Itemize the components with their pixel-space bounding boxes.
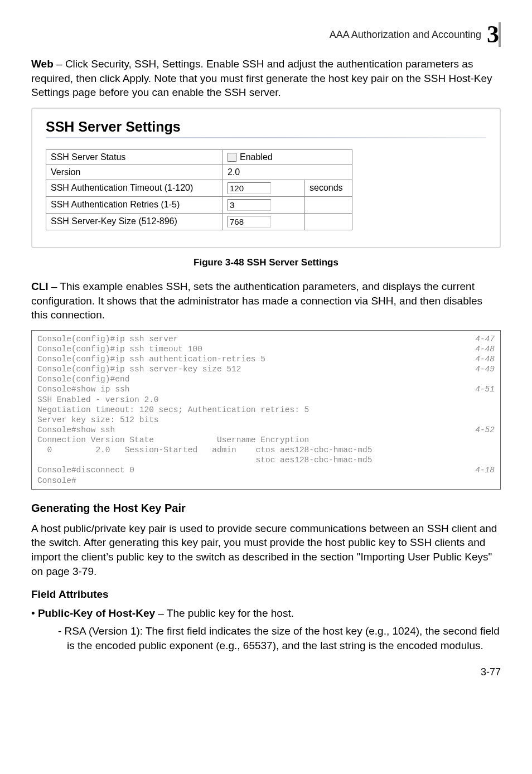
enabled-label: Enabled	[240, 152, 273, 162]
console-line: 4-52Console#show ssh	[37, 425, 495, 435]
chapter-bar	[499, 22, 501, 47]
web-text: – Click Security, SSH, Settings. Enable …	[31, 58, 492, 98]
console-line: Negotiation timeout: 120 secs; Authentic…	[37, 405, 495, 415]
ssh-settings-panel: SSH Server Settings SSH Server Status En…	[31, 108, 501, 248]
settings-divider	[46, 137, 486, 138]
web-intro: Web – Click Security, SSH, Settings. Ena…	[31, 57, 501, 100]
row-version: Version 2.0	[46, 165, 352, 180]
enabled-checkbox[interactable]	[228, 153, 236, 162]
timeout-input-cell	[223, 180, 305, 196]
version-label: Version	[46, 165, 223, 180]
row-timeout: SSH Authentication Timeout (1-120) secon…	[46, 180, 352, 196]
console-line: Console(config)#end	[37, 374, 495, 384]
retries-unit	[305, 196, 352, 213]
page-number: 3-77	[481, 666, 501, 678]
hostkey-para: A host public/private key pair is used t…	[31, 521, 501, 579]
row-keysize: SSH Server-Key Size (512-896)	[46, 213, 352, 230]
retries-label: SSH Authentication Retries (1-5)	[46, 196, 223, 213]
sub-list: RSA (Version 1): The first field indicat…	[43, 624, 501, 652]
field-attributes-list: Public-Key of Host-Key – The public key …	[31, 606, 501, 652]
keysize-label: SSH Server-Key Size (512-896)	[46, 213, 223, 230]
web-lead: Web	[31, 58, 54, 70]
figure-caption: Figure 3-48 SSH Server Settings	[31, 257, 501, 268]
timeout-unit: seconds	[305, 180, 352, 196]
cli-intro: CLI – This example enables SSH, sets the…	[31, 279, 501, 322]
field-attributes-heading: Field Attributes	[31, 588, 501, 601]
settings-table: SSH Server Status Enabled Version 2.0 SS…	[46, 149, 352, 230]
cli-lead: CLI	[31, 280, 49, 292]
console-line: SSH Enabled - version 2.0	[37, 395, 495, 405]
chapter-badge: 3	[487, 22, 501, 47]
keysize-input[interactable]	[228, 216, 271, 228]
timeout-label: SSH Authentication Timeout (1-120)	[46, 180, 223, 196]
settings-title: SSH Server Settings	[46, 119, 486, 135]
retries-input-cell	[223, 196, 305, 213]
keysize-unit	[305, 213, 352, 230]
console-line: Console#	[37, 476, 495, 486]
keysize-input-cell	[223, 213, 305, 230]
console-line: 4-47Console(config)#ip ssh server	[37, 334, 495, 344]
sub-bullet-rsa: RSA (Version 1): The first field indicat…	[58, 624, 501, 652]
version-value: 2.0	[223, 165, 352, 180]
console-line: Server key size: 512 bits	[37, 415, 495, 425]
section-title: AAA Authorization and Accounting	[330, 29, 481, 41]
bullet-public-key: Public-Key of Host-Key – The public key …	[31, 606, 501, 652]
row-retries: SSH Authentication Retries (1-5)	[46, 196, 352, 213]
console-line: stoc aes128-cbc-hmac-md5	[37, 455, 495, 465]
console-line: Connection Version State Username Encryp…	[37, 435, 495, 445]
console-output: 4-47Console(config)#ip ssh server4-48Con…	[31, 330, 501, 490]
timeout-input[interactable]	[228, 182, 271, 194]
status-value-cell: Enabled	[223, 149, 352, 165]
bullet-lead: Public-Key of Host-Key	[38, 607, 155, 619]
retries-input[interactable]	[228, 199, 271, 211]
row-status: SSH Server Status Enabled	[46, 149, 352, 165]
status-label: SSH Server Status	[46, 149, 223, 165]
console-line: 4-51Console#show ip ssh	[37, 384, 495, 394]
hostkey-heading: Generating the Host Key Pair	[31, 502, 501, 515]
console-line: 4-48Console(config)#ip ssh authenticatio…	[37, 354, 495, 364]
bullet-rest: – The public key for the host.	[155, 607, 294, 619]
console-line: 0 2.0 Session-Started admin ctos aes128-…	[37, 445, 495, 455]
console-line: 4-48Console(config)#ip ssh timeout 100	[37, 344, 495, 354]
cli-text: – This example enables SSH, sets the aut…	[31, 280, 482, 321]
page-header: AAA Authorization and Accounting 3	[31, 22, 501, 47]
console-line: 4-18Console#disconnect 0	[37, 465, 495, 475]
console-line: 4-49Console(config)#ip ssh server-key si…	[37, 364, 495, 374]
chapter-number: 3	[487, 22, 498, 47]
